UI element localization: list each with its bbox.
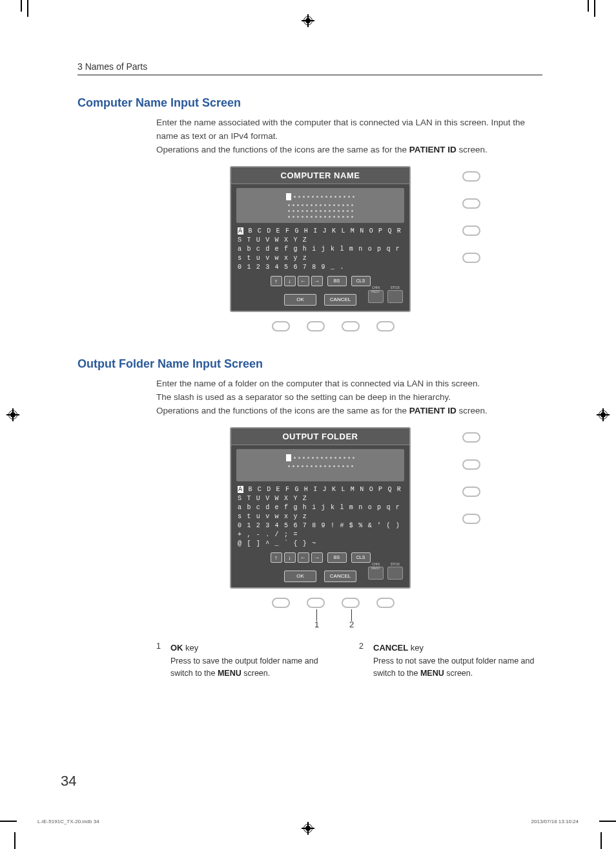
hardware-button (462, 198, 480, 209)
paragraph: Enter the name associated with the compu… (156, 118, 525, 141)
chars-upper: B C D E F G H I J K L M N O P Q R S T U … (238, 227, 402, 244)
registration-mark-icon (302, 822, 314, 835)
hardware-button (272, 598, 290, 608)
chars-symbols: @ [ ] ^ _ ` { } ~ (238, 540, 403, 549)
stick-icon: STICK (387, 290, 403, 303)
hardware-button (462, 459, 480, 470)
cancel-button: CANCEL (324, 294, 356, 306)
cls-button: CLS (351, 276, 371, 286)
character-palette: A B C D E F G H I J K L M N O P Q R S T … (238, 227, 403, 272)
arrow-row: ↑ ↓ ← → BS CLS (231, 552, 409, 563)
hardware-button (376, 321, 395, 331)
bottom-row: OK CANCEL CHIN REST STICK (231, 567, 409, 587)
section-body: Enter the name associated with the compu… (156, 116, 542, 157)
hardware-button (462, 432, 480, 443)
hardware-button (342, 321, 360, 331)
legend-desc: screen. (241, 669, 270, 678)
device-illustration-output-folder: OUTPUT FOLDER A B C D E F G H I J K L M … (230, 427, 449, 608)
paragraph: Operations and the functions of the icon… (156, 145, 409, 154)
hardware-button (462, 171, 480, 182)
hardware-button-ok: 1 (307, 598, 325, 608)
legend-key-suffix: key (183, 643, 199, 653)
arrow-right-icon: → (311, 276, 323, 286)
side-hardware-buttons (462, 171, 480, 263)
chars-digits: 0 1 2 3 4 5 6 7 8 9 ! # $ % & ' ( ) + , … (238, 521, 403, 540)
section-title-computer-name: Computer Name Input Screen (77, 96, 542, 110)
stick-icon: STICK (387, 567, 403, 580)
registration-mark-icon (6, 408, 19, 421)
chapter-heading: 3 Names of Parts (77, 61, 542, 76)
hardware-button (462, 225, 480, 236)
bottom-hardware-buttons: 1 2 (217, 598, 449, 608)
hardware-button-cancel: 2 (342, 598, 360, 608)
crop-mark (599, 821, 616, 822)
screen-computer-name: COMPUTER NAME A B C D E F G H I J K L M … (230, 166, 411, 312)
ref-patient-id: PATIENT ID (409, 145, 457, 154)
chars-upper: B C D E F G H I J K L M N O P Q R S T U … (238, 486, 402, 502)
registration-mark-icon (302, 14, 314, 27)
legend-key-suffix: key (408, 643, 424, 653)
footer-left: L-IE-5191C_TX-20.indb 34 (37, 819, 99, 824)
callout-number: 2 (349, 620, 354, 629)
bottom-hardware-buttons (217, 321, 449, 331)
paragraph: screen. (457, 406, 488, 415)
ref-patient-id: PATIENT ID (409, 406, 457, 415)
arrow-left-icon: ← (298, 552, 309, 563)
text-input-area (236, 449, 404, 481)
hardware-button (272, 321, 290, 331)
chin-rest-icon: CHIN REST (368, 567, 384, 580)
crop-mark (0, 821, 17, 822)
ref-menu: MENU (218, 669, 241, 678)
hardware-button (462, 514, 480, 524)
bs-button: BS (327, 276, 347, 286)
hardware-button (462, 487, 480, 497)
bs-button: BS (327, 552, 347, 563)
legend-number: 2 (359, 642, 367, 680)
screen-output-folder: OUTPUT FOLDER A B C D E F G H I J K L M … (230, 427, 411, 589)
hardware-button (307, 321, 325, 331)
ok-button: OK (284, 294, 316, 306)
chin-rest-icon: CHIN REST (368, 290, 384, 303)
paragraph: screen. (457, 145, 488, 154)
device-illustration-computer-name: COMPUTER NAME A B C D E F G H I J K L M … (230, 166, 449, 331)
crop-mark (27, 0, 28, 17)
crop-mark (588, 0, 589, 12)
crop-mark (594, 0, 595, 17)
legend-key-name: OK (170, 643, 183, 653)
paragraph: Operations and the functions of the icon… (156, 406, 409, 415)
hardware-button (376, 598, 395, 608)
cls-button: CLS (351, 552, 371, 563)
crop-mark (21, 0, 22, 12)
crop-mark (14, 832, 15, 849)
arrow-down-icon: ↓ (284, 552, 296, 563)
legend-key-name: CANCEL (373, 643, 408, 653)
chars-digits: 0 1 2 3 4 5 6 7 8 9 _ . (238, 263, 403, 272)
arrow-up-icon: ↑ (271, 276, 282, 286)
screen-title: COMPUTER NAME (231, 167, 409, 184)
legend: 1 OK key Press to save the output folder… (156, 642, 542, 680)
arrow-up-icon: ↑ (271, 552, 282, 563)
chars-lower: a b c d e f g h i j k l m n o p q r s t … (238, 245, 403, 263)
arrow-row: ↑ ↓ ← → BS CLS (231, 276, 409, 286)
arrow-left-icon: ← (298, 276, 309, 286)
crop-mark (601, 832, 602, 849)
character-palette: A B C D E F G H I J K L M N O P Q R S T … (238, 485, 403, 549)
paragraph: The slash is used as a separator so the … (156, 392, 451, 402)
bottom-row: OK CANCEL CHIN REST STICK (231, 290, 409, 311)
section-title-output-folder: Output Folder Name Input Screen (77, 357, 542, 371)
legend-item-cancel: 2 CANCEL key Press to not save the outpu… (359, 642, 542, 680)
section-body: Enter the name of a folder on the comput… (156, 377, 542, 418)
legend-number: 1 (156, 642, 164, 680)
text-input-area (236, 188, 404, 223)
arrow-right-icon: → (311, 552, 323, 563)
cancel-button: CANCEL (324, 571, 356, 582)
screen-title: OUTPUT FOLDER (231, 428, 409, 445)
ref-menu: MENU (420, 669, 444, 678)
ok-button: OK (284, 571, 316, 582)
text-cursor (286, 193, 291, 200)
text-cursor (286, 454, 291, 461)
paragraph: Enter the name of a folder on the comput… (156, 379, 480, 388)
page-number: 34 (61, 773, 76, 790)
arrow-down-icon: ↓ (284, 276, 296, 286)
side-hardware-buttons (462, 432, 480, 524)
